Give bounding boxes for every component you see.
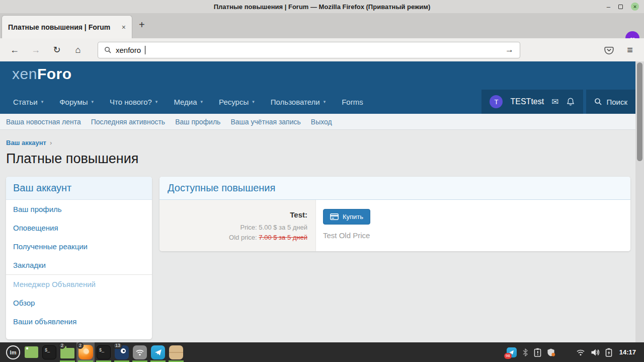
upgrade-row: Test: Price: 5.00 $ за 5 дней Old price:… <box>159 200 630 251</box>
url-bar[interactable]: xenforo → <box>98 42 520 58</box>
scrollbar-thumb[interactable] <box>637 62 642 161</box>
upgrade-name: Test: <box>159 210 307 219</box>
window-count-badge: 2 <box>77 342 84 349</box>
wifi-status-icon[interactable] <box>576 349 585 356</box>
nav-item-whats-new[interactable]: Что нового?▾ <box>110 90 157 114</box>
subnav-news-feed[interactable]: Ваша новостная лента <box>6 118 81 126</box>
logo-part-1: xen <box>12 65 37 82</box>
bluetooth-icon[interactable] <box>522 348 528 357</box>
new-tab-button[interactable]: + <box>139 19 145 31</box>
network-app-task[interactable] <box>131 342 149 362</box>
chevron-down-icon: ▾ <box>201 99 203 104</box>
search-button[interactable]: Поиск <box>586 90 635 114</box>
system-tray: 98 14:17 <box>507 347 640 357</box>
search-icon <box>104 46 112 54</box>
firefox-task[interactable]: 2 <box>76 342 95 362</box>
sidebar-item-alerts[interactable]: Оповещения <box>6 219 152 237</box>
tab-platnye-povysheniya[interactable]: Платные повышения | Forum × <box>2 15 132 38</box>
upgrade-note: Test Old Price <box>323 231 630 240</box>
keyboard-layout-flag-ru[interactable] <box>561 349 571 355</box>
window-controls: – × <box>607 0 639 13</box>
security-shield-icon[interactable] <box>547 348 555 357</box>
bird-app-task[interactable]: 13 <box>113 342 131 362</box>
show-desktop-button[interactable] <box>22 342 40 362</box>
menu-icon[interactable]: ≡ <box>627 44 633 56</box>
url-input[interactable]: xenforo <box>116 46 141 54</box>
content-columns: Ваш аккаунт Ваш профиль Оповещения Получ… <box>6 177 630 339</box>
sidebar-item-reactions-received[interactable]: Полученные реакции <box>6 237 152 256</box>
telegram-task[interactable] <box>149 342 167 362</box>
window-titlebar: Платные повышения | Forum — Mozilla Fire… <box>0 0 644 13</box>
terminal-task[interactable]: $_ <box>95 342 113 362</box>
xenforo-logo[interactable]: xenForo <box>12 65 72 83</box>
upgrades-header: Доступные повышения <box>159 177 630 200</box>
nav-label: Статьи <box>13 98 38 106</box>
nav-item-forms[interactable]: Forms <box>342 90 363 114</box>
breadcrumb-your-account[interactable]: Ваш аккаунт <box>6 139 46 147</box>
telegram-tray-icon[interactable]: 98 <box>507 347 517 357</box>
terminal-launcher[interactable]: $_ <box>40 342 58 362</box>
sidebar-item-bookmarks[interactable]: Закладки <box>6 256 152 274</box>
nav-item-forums[interactable]: Форумы▾ <box>59 90 94 114</box>
subnav-your-account[interactable]: Ваша учётная запись <box>230 118 300 126</box>
taskbar: lm $_ 2 2 $_ 13 <box>0 342 644 362</box>
mail-icon[interactable]: ✉ <box>551 97 558 107</box>
nav-item-resources[interactable]: Ресурсы▾ <box>219 90 255 114</box>
upgrade-old-price-line: Old price: 7.00 $ за 5 дней <box>159 233 307 243</box>
sub-navigation: Ваша новостная лента Последняя активност… <box>0 114 635 130</box>
nav-item-media[interactable]: Медиа▾ <box>174 90 203 114</box>
clock[interactable]: 14:17 <box>619 348 636 356</box>
buy-button[interactable]: Купить <box>323 209 370 225</box>
buy-button-label: Купить <box>343 213 363 221</box>
mint-menu-button[interactable]: lm <box>4 342 22 362</box>
go-arrow-icon[interactable]: → <box>505 45 514 55</box>
folder-icon <box>60 348 74 358</box>
sidebar-item-overview[interactable]: Обзор <box>6 294 152 312</box>
notes-app-task[interactable] <box>167 342 185 362</box>
username[interactable]: TESTtest <box>510 97 544 106</box>
home-button[interactable]: ⌂ <box>70 45 86 55</box>
notification-count-badge: 13 <box>113 342 122 349</box>
pocket-icon[interactable] <box>604 45 614 55</box>
subnav-latest-activity[interactable]: Последняя активность <box>91 118 165 126</box>
bell-icon[interactable] <box>566 97 575 106</box>
page-title: Платные повышения <box>6 151 644 167</box>
close-button[interactable]: × <box>631 3 639 11</box>
clipboard-icon[interactable] <box>534 348 541 357</box>
nav-label: Что нового? <box>110 98 152 106</box>
tab-close-icon[interactable]: × <box>122 23 126 31</box>
terminal-icon: $_ <box>42 345 56 359</box>
battery-charging-icon[interactable] <box>605 348 612 357</box>
window-count-badge: 2 <box>59 342 65 349</box>
sidebar-item-your-ads[interactable]: Ваши объявления <box>6 312 152 331</box>
sidebar-header: Ваш аккаунт <box>6 177 152 200</box>
subnav-your-profile[interactable]: Ваш профиль <box>175 118 220 126</box>
tab-bar: Платные повышения | Forum × + ∞ <box>0 13 644 38</box>
maximize-button[interactable] <box>618 4 623 10</box>
chevron-down-icon: ▾ <box>324 99 326 104</box>
sidebar-item-your-profile[interactable]: Ваш профиль <box>6 200 152 219</box>
minimize-button[interactable]: – <box>607 4 610 10</box>
avatar[interactable]: T <box>490 95 503 108</box>
reload-button[interactable]: ↻ <box>49 44 64 55</box>
user-menu[interactable]: T TESTtest ✉ <box>481 90 583 114</box>
screen: Платные повышения | Forum — Mozilla Fire… <box>0 0 644 362</box>
forum-header: xenForo Статьи▾ Форумы▾ Что нового?▾ Мед… <box>0 61 635 114</box>
terminal-icon: $_ <box>97 345 111 359</box>
page-scrollbar[interactable] <box>635 61 644 342</box>
nav-item-users[interactable]: Пользователи▾ <box>271 90 326 114</box>
subnav-logout[interactable]: Выход <box>311 118 332 126</box>
green-window-icon <box>25 346 38 358</box>
file-manager-task[interactable]: 2 <box>58 342 76 362</box>
toolbar-right: ≡ <box>604 44 644 56</box>
logo-part-2: Foro <box>37 65 72 82</box>
header-right-cluster: T TESTtest ✉ Поиск <box>481 90 635 114</box>
nav-label: Forms <box>342 98 363 106</box>
back-button[interactable]: ← <box>7 45 22 55</box>
unread-count-badge: 98 <box>504 353 512 359</box>
upgrade-price-line: Price: 5.00 $ за 5 дней <box>159 223 307 233</box>
nav-item-articles[interactable]: Статьи▾ <box>13 90 43 114</box>
volume-icon[interactable] <box>591 348 600 356</box>
forward-button[interactable]: → <box>28 45 43 55</box>
browser-toolbar: ← → ↻ ⌂ xenforo → ≡ <box>0 38 644 61</box>
